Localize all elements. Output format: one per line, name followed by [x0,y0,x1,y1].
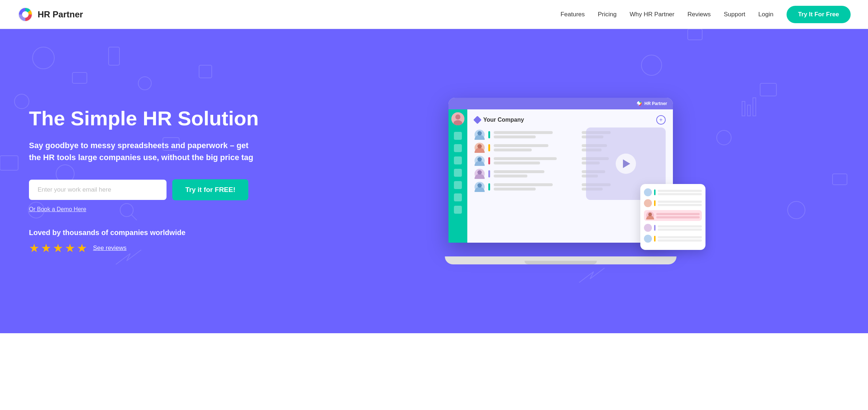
add-button[interactable]: + [656,115,666,125]
hero-form: Try it for FREE! [29,179,282,200]
play-button[interactable] [616,154,636,174]
hero-visual: HR Partner [282,98,839,264]
navbar: HR Partner Features Pricing Why HR Partn… [0,0,868,29]
emp-lines-1 [494,131,578,138]
color-bar-2 [488,144,490,151]
see-reviews-link[interactable]: See reviews [93,244,127,252]
mobile-line [658,190,702,192]
svg-rect-11 [199,65,212,78]
try-free-cta-button[interactable]: Try it for FREE! [172,179,248,200]
svg-point-36 [477,170,482,175]
line [494,175,527,177]
svg-rect-13 [688,29,702,40]
laptop-mockup: HR Partner [445,98,677,264]
nav-why[interactable]: Why HR Partner [629,11,674,18]
hero-stars: ★ ★ ★ ★ ★ See reviews [29,241,282,255]
mobile-row-1 [644,188,702,196]
sidebar-icon-people [454,132,462,140]
mobile-row-selected [644,210,702,221]
book-demo-link[interactable]: Or Book a Demo Here [29,206,282,213]
mobile-row-3 [644,224,702,232]
svg-rect-5 [0,156,18,170]
color-bar-3 [488,157,490,164]
app-header: HR Partner [448,98,673,109]
star-3: ★ [53,241,63,255]
mobile-line [658,239,702,242]
mobile-line [656,216,700,218]
svg-point-32 [477,144,482,148]
sidebar-icon-print [454,206,462,214]
app-logo-icon [636,101,642,106]
svg-rect-7 [109,47,119,65]
emp-avatar-4 [475,169,485,179]
nav-reviews[interactable]: Reviews [687,11,711,18]
hero-section: The Simple HR Solution Say goodbye to me… [0,29,868,333]
mobile-row-2 [644,199,702,207]
mobile-bar-3 [654,225,656,231]
line [494,183,553,186]
svg-point-8 [138,77,151,90]
svg-point-29 [475,135,485,140]
emp-avatar-2 [475,143,485,153]
star-2: ★ [41,241,51,255]
mobile-line [658,201,702,203]
svg-point-33 [475,161,485,166]
logo-text: HR Partner [38,9,83,20]
mobile-avatar-5 [644,235,652,243]
mobile-avatar-3 [646,212,654,219]
app-logo-small: HR Partner [636,101,667,106]
mobile-lines-4 [658,236,702,242]
svg-point-4 [14,94,29,109]
emp-avatar-1 [475,130,485,140]
star-4: ★ [65,241,75,255]
star-1: ★ [29,241,39,255]
svg-point-35 [475,174,485,179]
color-bar-1 [488,131,490,138]
line [494,188,536,191]
mobile-lines-2 [658,201,702,206]
svg-rect-3 [72,72,87,83]
svg-point-40 [648,213,652,216]
nav-pricing[interactable]: Pricing [598,11,617,18]
svg-point-12 [641,55,662,75]
avatar-svg [451,112,464,125]
svg-point-1 [22,11,29,18]
svg-point-25 [638,102,641,105]
emp-lines-5 [494,183,578,191]
laptop-base [445,256,677,264]
svg-point-38 [477,183,482,188]
nav-features[interactable]: Features [560,11,585,18]
nav-login[interactable]: Login [758,11,774,18]
mobile-avatar-4 [644,224,652,232]
emp-avatar-3 [475,156,485,166]
nav-links: Features Pricing Why HR Partner Reviews … [560,6,851,23]
svg-point-2 [33,47,54,69]
emp-lines-2 [494,144,578,151]
mobile-card [640,184,705,250]
svg-point-37 [475,187,485,192]
nav-support[interactable]: Support [724,11,745,18]
sidebar-icon-briefcase [454,144,462,152]
svg-point-27 [455,114,460,120]
play-triangle [623,159,630,168]
logo-icon [17,7,33,22]
email-input[interactable] [29,180,167,200]
svg-rect-15 [760,83,776,96]
svg-point-30 [477,131,482,135]
sidebar-icon-money [454,156,462,164]
sidebar-avatar [451,112,464,125]
hero-loved-text: Loved by thousands of companies worldwid… [29,229,282,237]
mobile-lines-3 [658,225,702,231]
app-logo-text: HR Partner [644,101,667,106]
emp-lines-4 [494,170,578,177]
mobile-bar-4 [654,236,656,242]
sidebar-icon-check [454,181,462,189]
mobile-line [658,204,702,206]
mobile-lines-1 [658,190,702,195]
try-free-button[interactable]: Try It For Free [787,6,851,23]
color-bar-5 [488,183,490,191]
mobile-line [658,193,702,195]
hero-content: The Simple HR Solution Say goodbye to me… [29,107,282,255]
mobile-avatar-1 [644,188,652,196]
sidebar-icon-document [454,193,462,201]
